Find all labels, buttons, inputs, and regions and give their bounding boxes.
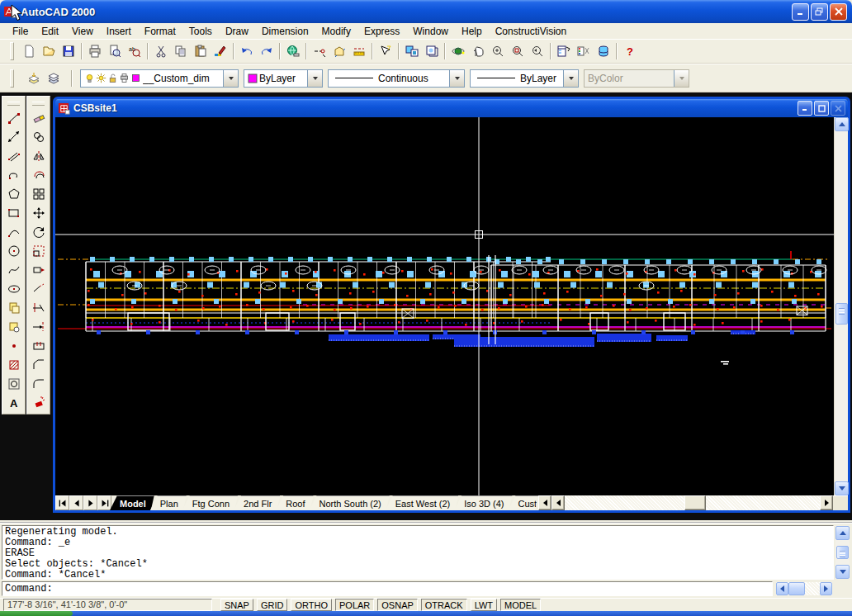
toggle-lwt[interactable]: LWT: [471, 599, 497, 611]
explode-button[interactable]: [29, 393, 48, 412]
tab-last-button[interactable]: [97, 495, 111, 510]
distance-button[interactable]: [349, 41, 369, 61]
region-button[interactable]: [4, 374, 23, 393]
spelling-button[interactable]: ab: [125, 41, 144, 61]
pan-button[interactable]: [468, 41, 488, 61]
hscroll-right-button[interactable]: [820, 495, 833, 510]
arc-button[interactable]: [4, 222, 23, 241]
layout-tab-north-south-2[interactable]: North South (2): [310, 495, 390, 510]
tab-prev-button[interactable]: [69, 495, 83, 510]
break-button[interactable]: [29, 336, 48, 355]
scale-button[interactable]: [29, 241, 48, 260]
canvas-vertical-scrollbar[interactable]: [834, 117, 848, 495]
layout-tab-iso-3d-4[interactable]: Iso 3D (4): [454, 495, 512, 510]
3d-orbit-button[interactable]: [448, 41, 468, 61]
toggle-snap[interactable]: SNAP: [220, 599, 253, 611]
zoom-realtime-button[interactable]: [488, 41, 508, 61]
lengthen-button[interactable]: [29, 279, 48, 298]
horizontal-scroll-thumb[interactable]: [684, 495, 706, 510]
make-block-button[interactable]: [4, 317, 23, 336]
toggle-osnap[interactable]: OSNAP: [377, 599, 418, 611]
new-button[interactable]: [19, 41, 39, 61]
hatch-button[interactable]: [4, 355, 23, 374]
layout-tab-plan[interactable]: Plan: [150, 495, 187, 510]
toggle-otrack[interactable]: OTRACK: [421, 599, 467, 611]
command-scroll-down-button[interactable]: [835, 565, 850, 579]
color-combo[interactable]: ByLayer: [244, 69, 323, 88]
toggle-grid[interactable]: GRID: [257, 599, 288, 611]
toolbar-grab-handle[interactable]: [10, 42, 14, 60]
point-button[interactable]: [4, 336, 23, 355]
designcenter-button[interactable]: [554, 41, 574, 61]
tab-scroll-left-button[interactable]: [538, 495, 551, 510]
toolbar-grab-handle[interactable]: [10, 69, 14, 88]
spline-button[interactable]: [4, 260, 23, 279]
menu-dimension[interactable]: Dimension: [255, 24, 315, 39]
polygon-button[interactable]: [4, 184, 23, 203]
help-button[interactable]: ?: [620, 41, 640, 61]
layout-tab-2nd-flr[interactable]: 2nd Flr: [234, 495, 280, 510]
chamfer-button[interactable]: [29, 355, 48, 374]
menu-file[interactable]: File: [6, 24, 35, 39]
menu-tools[interactable]: Tools: [182, 24, 219, 39]
layout-tab-ftg-conn[interactable]: Ftg Conn: [182, 495, 238, 510]
command-history[interactable]: Regenerating model.Command: _eERASESelec…: [2, 525, 834, 580]
layout-tab-cust[interactable]: Cust: [509, 495, 539, 510]
menu-constructivision[interactable]: ConstructiVision: [489, 24, 573, 39]
toggle-polar[interactable]: POLAR: [335, 599, 374, 611]
match-properties-button[interactable]: [211, 41, 230, 61]
command-horizontal-scrollbar[interactable]: [776, 582, 832, 595]
copy-object-button[interactable]: [29, 127, 48, 146]
rotate-button[interactable]: [29, 222, 48, 241]
paste-button[interactable]: [191, 41, 211, 61]
insert-hyperlink-button[interactable]: [283, 41, 303, 61]
copy-button[interactable]: [171, 41, 191, 61]
erase-button[interactable]: [29, 108, 48, 127]
stretch-button[interactable]: [29, 260, 48, 279]
menu-modify[interactable]: Modify: [315, 24, 357, 39]
menu-help[interactable]: Help: [455, 24, 489, 39]
canvas-horizontal-scrollbar[interactable]: [565, 495, 820, 510]
zoom-previous-button[interactable]: [528, 41, 547, 61]
properties-button[interactable]: [574, 41, 594, 61]
hscroll-left-button[interactable]: [551, 495, 565, 510]
command-input[interactable]: Command:: [2, 581, 773, 596]
linetype-dropdown-button[interactable]: [449, 70, 464, 87]
drawing-window-titlebar[interactable]: CSBsite1: [55, 99, 848, 117]
start-button[interactable]: [0, 611, 73, 616]
menu-insert[interactable]: Insert: [100, 24, 138, 39]
command-vertical-scrollbar[interactable]: [835, 526, 850, 579]
construction-line-button[interactable]: [4, 127, 23, 146]
tab-next-button[interactable]: [83, 495, 97, 510]
cut-button[interactable]: [151, 41, 171, 61]
menu-view[interactable]: View: [65, 24, 100, 39]
trim-button[interactable]: [29, 298, 48, 317]
array-button[interactable]: [29, 184, 48, 203]
linetype-combo[interactable]: Continuous: [328, 69, 465, 88]
print-preview-button[interactable]: [105, 41, 125, 61]
menu-draw[interactable]: Draw: [219, 24, 255, 39]
redo-button[interactable]: [257, 41, 277, 61]
drawing-minimize-button[interactable]: [798, 101, 812, 116]
command-scroll-thumb[interactable]: [836, 546, 849, 559]
save-button[interactable]: [59, 41, 78, 61]
layer-dropdown-button[interactable]: [223, 70, 238, 87]
layout-tab-east-west-2[interactable]: East West (2): [386, 495, 458, 510]
layer-combo[interactable]: __Custom_dim: [80, 69, 239, 88]
zoom-window-button[interactable]: [508, 41, 528, 61]
named-views-button[interactable]: [422, 41, 442, 61]
command-hscroll-left-button[interactable]: [776, 582, 788, 595]
layout-tab-roof[interactable]: Roof: [276, 495, 313, 510]
tracking-button[interactable]: [310, 41, 329, 61]
offset-button[interactable]: [29, 165, 48, 184]
lineweight-dropdown-button[interactable]: [563, 70, 578, 87]
multiline-text-button[interactable]: A: [4, 393, 23, 412]
layers-button[interactable]: [44, 69, 64, 88]
mirror-button[interactable]: [29, 146, 48, 165]
menu-format[interactable]: Format: [138, 24, 182, 39]
line-button[interactable]: [4, 108, 23, 127]
color-dropdown-button[interactable]: [307, 70, 322, 87]
insert-block-button[interactable]: [4, 298, 23, 317]
extend-button[interactable]: [29, 317, 48, 336]
lineweight-combo[interactable]: ByLayer: [470, 69, 579, 88]
